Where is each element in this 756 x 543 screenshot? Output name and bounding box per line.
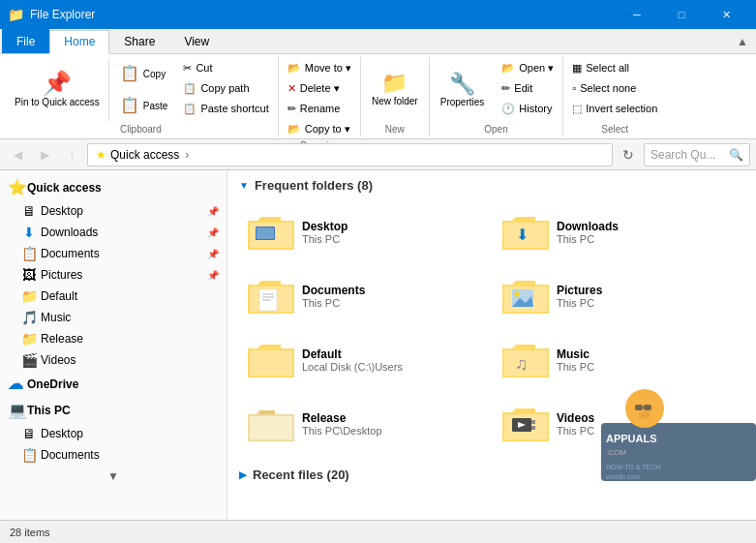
select-none-button[interactable]: ▫ Select none [567,78,662,98]
delete-icon: ✕ [287,82,296,95]
folder-downloads-info: Downloads This PC [557,220,619,245]
sidebar-item-release[interactable]: 📁 Release [0,328,227,349]
cut-button[interactable]: ✂ Cut [178,58,273,77]
select-all-button[interactable]: ▦ Select all [567,58,662,77]
folder-item-videos[interactable]: Videos This PC [494,394,744,454]
sidebar-item-videos[interactable]: 🎬 Videos [0,349,227,371]
videos-folder-icon [502,401,549,447]
new-folder-button[interactable]: 📁 New folder [365,58,425,122]
edit-button[interactable]: ✏ Edit [497,78,559,98]
paste-icon: 📋 [120,98,139,113]
open-buttons: 📂 Open ▾ ✏ Edit 🕐 History [497,58,559,118]
folder-desktop-info: Desktop This PC [302,220,348,245]
folder-item-music[interactable]: ♫ Music This PC [494,330,744,390]
svg-marker-19 [250,350,292,376]
select-label: Select [567,122,662,135]
recent-files-header[interactable]: ▶ Recent files (20) [239,468,744,482]
pin-indicator-pic: 📌 [207,270,219,281]
onedrive-icon: ☁ [8,375,23,393]
sidebar-desktop-label: Desktop [41,204,203,218]
forward-button[interactable]: ▶ [33,143,56,166]
frequent-folders-header[interactable]: ▼ Frequent folders (8) [239,178,744,193]
new-group-content: 📁 New folder [365,58,425,122]
folders-grid: Desktop This PC ⬇ Downloads This PC [239,202,744,454]
tab-file[interactable]: File [2,29,49,53]
delete-button[interactable]: ✕ Delete ▾ [283,78,356,98]
music-folder-icon: ♫ [502,337,549,383]
organize-buttons: 📂 Move to ▾ ✕ Delete ▾ ✏ Rename 📂 Copy t… [283,58,356,138]
invert-icon: ⬚ [572,103,582,115]
folder-videos-name: Videos [557,411,594,425]
chevron-right-icon: ▶ [239,469,247,480]
pin-to-quick-access-button[interactable]: 📌 Pin to Quick access [8,58,106,122]
frequent-folders-title: Frequent folders (8) [255,178,373,193]
sidebar-desktop2-label: Desktop [41,427,219,440]
folder-music-sub: This PC [557,361,594,373]
sidebar-scroll-down[interactable]: ▼ [0,466,227,487]
sidebar-item-quick-access[interactable]: ⭐ Quick access [0,174,227,200]
refresh-button[interactable]: ↻ [617,143,640,166]
back-button[interactable]: ◀ [6,143,29,166]
sidebar-item-default[interactable]: 📁 Default [0,286,227,307]
organize-group-content: 📂 Move to ▾ ✕ Delete ▾ ✏ Rename 📂 Copy t… [283,58,356,138]
folder-item-desktop[interactable]: Desktop This PC [239,202,490,262]
tab-view[interactable]: View [169,29,224,53]
history-button[interactable]: 🕐 History [497,99,559,118]
sidebar-item-downloads[interactable]: ⬇ Downloads 📌 [0,222,227,243]
sidebar-item-documents2[interactable]: 📋 Documents [0,444,227,466]
folder-item-default[interactable]: Default Local Disk (C:\)Users [239,330,490,390]
svg-rect-31 [531,426,535,430]
sidebar-item-documents[interactable]: 📋 Documents 📌 [0,243,227,264]
move-to-button[interactable]: 📂 Move to ▾ [283,58,356,77]
paste-button[interactable]: 📋 Paste [113,90,175,121]
folder-item-pictures[interactable]: Pictures This PC [494,266,744,326]
copy-button[interactable]: 📋 Copy [113,58,175,89]
documents-folder-icon [248,273,294,319]
sidebar-item-this-pc[interactable]: 💻 This PC [0,397,227,423]
folder-documents-name: Documents [302,284,365,297]
sidebar-item-onedrive[interactable]: ☁ OneDrive [0,371,227,397]
properties-button[interactable]: 🔧 Properties [434,58,492,122]
invert-selection-button[interactable]: ⬚ Invert selection [567,99,662,118]
default-folder-icon-main [248,337,294,383]
move-to-icon: 📂 [287,62,301,75]
folder-release-sub: This PC\Desktop [302,425,382,437]
up-button[interactable]: ↑ [60,143,83,166]
sidebar-music-label: Music [41,311,219,324]
open-button[interactable]: 📂 Open ▾ [497,58,559,77]
maximize-button[interactable]: □ [659,0,704,29]
window-controls: ─ □ ✕ [615,0,748,29]
address-path[interactable]: ★ Quick access › [87,143,613,166]
sidebar-quick-access-label: Quick access [27,181,102,195]
sidebar-item-music[interactable]: 🎵 Music [0,307,227,328]
pictures-icon: 🖼 [21,267,37,283]
sidebar-documents-label: Documents [41,247,203,260]
ribbon-collapse-button[interactable]: ▲ [729,35,756,48]
folder-item-downloads[interactable]: ⬇ Downloads This PC [494,202,744,262]
paste-shortcut-button[interactable]: 📋 Paste shortcut [178,99,273,118]
copy-path-button[interactable]: 📋 Copy path [178,78,273,98]
folder-item-release[interactable]: Release This PC\Desktop [239,394,490,454]
close-button[interactable]: ✕ [704,0,748,29]
sidebar-onedrive-label: OneDrive [27,377,78,391]
copy-to-button[interactable]: 📂 Copy to ▾ [283,119,356,138]
search-icon: 🔍 [729,148,743,162]
address-bar: ◀ ▶ ↑ ★ Quick access › ↻ Search Qu... 🔍 [0,139,756,170]
sidebar-item-desktop2[interactable]: 🖥 Desktop [0,423,227,444]
ribbon: 📌 Pin to Quick access 📋 Copy 📋 Paste ✂ C… [0,54,756,139]
quick-access-label: Quick access [110,148,179,162]
sidebar-documents2-label: Documents [41,448,219,462]
sidebar-pictures-label: Pictures [41,268,203,282]
rename-button[interactable]: ✏ Rename [283,99,356,118]
search-box[interactable]: Search Qu... 🔍 [644,143,750,166]
tab-share[interactable]: Share [109,29,169,53]
copy-to-icon: 📂 [287,123,301,136]
paste-shortcut-icon: 📋 [183,103,197,115]
item-count: 28 items [10,527,50,538]
minimize-button[interactable]: ─ [615,0,659,29]
folder-default-sub: Local Disk (C:\)Users [302,361,403,373]
folder-item-documents[interactable]: Documents This PC [239,266,490,326]
sidebar-item-pictures[interactable]: 🖼 Pictures 📌 [0,264,227,286]
tab-home[interactable]: Home [49,30,109,54]
sidebar-item-desktop[interactable]: 🖥 Desktop 📌 [0,200,227,222]
